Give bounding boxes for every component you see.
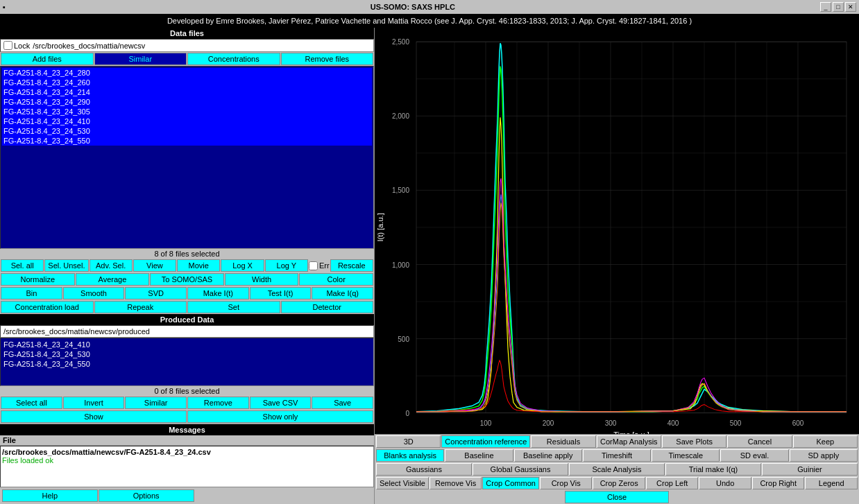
set-button[interactable]: Set (187, 301, 280, 313)
data-file-item[interactable]: FG-A251-8.4_23_24_305 (2, 107, 372, 116)
test-it-button[interactable]: Test I(t) (250, 287, 312, 299)
bin-button[interactable]: Bin (1, 287, 62, 299)
rescale-button[interactable]: Rescale (330, 259, 373, 272)
normalize-button[interactable]: Normalize (1, 273, 75, 286)
scale-analysis-button[interactable]: Scale Analysis (569, 463, 665, 476)
invert-button[interactable]: Invert (63, 397, 125, 409)
svg-text:0: 0 (405, 410, 409, 417)
log-x-button[interactable]: Log X (221, 259, 264, 272)
trial-make-i(q)-button[interactable]: Trial make I(q) (665, 463, 761, 476)
make-it-button[interactable]: Make I(t) (187, 287, 249, 299)
remove2-button[interactable]: Remove (187, 397, 249, 409)
select-visible-button[interactable]: Select Visible (376, 477, 429, 489)
message-ok: Files loaded ok (2, 456, 372, 464)
data-file-item[interactable]: FG-A251-8.4_23_24_410 (2, 116, 372, 126)
minimize-button[interactable]: _ (820, 2, 831, 12)
svg-text:2,000: 2,000 (392, 112, 409, 120)
cormap-analysis-button[interactable]: CorMap Analysis (597, 435, 661, 448)
guinier-button[interactable]: Guinier (762, 463, 858, 476)
sd-apply-button[interactable]: SD apply (790, 449, 858, 462)
produced-file-item[interactable]: FG-A251-8.4_23_24_550 (2, 359, 372, 369)
menu-file[interactable]: File (0, 435, 374, 446)
show-only-button[interactable]: Show only (187, 410, 373, 423)
similar-button[interactable]: Similar (94, 53, 187, 65)
width-button[interactable]: Width (225, 273, 299, 286)
view-button[interactable]: View (133, 259, 176, 272)
undo-button[interactable]: Undo (699, 477, 751, 489)
to-somo-button[interactable]: To SOMO/SAS (150, 273, 224, 286)
cancel-button[interactable]: Cancel (727, 435, 792, 448)
repeak-button[interactable]: Repeak (94, 301, 187, 313)
sel-unsel-button[interactable]: Sel. Unsel. (44, 259, 88, 272)
svg-text:100: 100 (480, 419, 492, 427)
conc-load-button[interactable]: Concentration load (1, 301, 94, 313)
bottom-toolbar: 3DConcentration referenceResidualsCorMap… (375, 434, 859, 504)
svg-text:400: 400 (667, 419, 679, 427)
make-iq-button[interactable]: Make I(q) (312, 287, 373, 299)
remove-vis-button[interactable]: Remove Vis (430, 477, 482, 489)
concentrations-button[interactable]: Concentrations (187, 53, 280, 65)
subtitle-text: Developed by Emre Brookes, Javier Pérez,… (167, 17, 692, 25)
concentration-reference-button[interactable]: Concentration reference (441, 435, 530, 448)
save-button[interactable]: Save (312, 397, 373, 409)
gaussians-button[interactable]: Gaussians (376, 463, 472, 476)
options-button[interactable]: Options (99, 489, 194, 502)
save-plots-button[interactable]: Save Plots (662, 435, 726, 448)
timescale-button[interactable]: Timescale (652, 449, 720, 462)
svg-text:I(t) [a.u.]: I(t) [a.u.] (376, 213, 384, 241)
timeshift-button[interactable]: Timeshift (583, 449, 651, 462)
data-file-item[interactable]: FG-A251-8.4_23_24_214 (2, 87, 372, 97)
title-bar: ▪ US-SOMO: SAXS HPLC _ □ ✕ (0, 0, 859, 14)
crop-right-button[interactable]: Crop Right (752, 477, 805, 489)
data-file-item[interactable]: FG-A251-8.4_23_24_530 (2, 126, 372, 136)
baseline-button[interactable]: Baseline (445, 449, 513, 462)
average-button[interactable]: Average (76, 273, 150, 286)
remove-files-button[interactable]: Remove files (281, 53, 374, 65)
residuals-button[interactable]: Residuals (531, 435, 595, 448)
produced-file-item[interactable]: FG-A251-8.4_23_24_530 (2, 349, 372, 359)
legend-button[interactable]: Legend (805, 477, 858, 489)
global-gaussians-button[interactable]: Global Gaussians (473, 463, 568, 476)
window-title: US-SOMO: SAXS HPLC (371, 3, 455, 11)
color-button[interactable]: Color (299, 273, 373, 286)
produced-data-path: /src/brookes_docs/mattia/newcsv/produced (0, 325, 374, 338)
err-checkbox[interactable] (309, 261, 318, 270)
sd-eval.-button[interactable]: SD eval. (720, 449, 788, 462)
maximize-button[interactable]: □ (833, 2, 844, 12)
chart-area: 2,500 2,000 1,500 1,000 500 0 100 200 30… (375, 28, 859, 434)
select-all-button[interactable]: Select all (1, 397, 62, 409)
produced-file-item[interactable]: FG-A251-8.4_23_24_410 (2, 340, 372, 349)
log-y-button[interactable]: Log Y (265, 259, 308, 272)
crop-zeros-button[interactable]: Crop Zeros (593, 477, 645, 489)
data-files-list[interactable]: FG-A251-8.4_23_24_280FG-A251-8.4_23_24_2… (0, 66, 374, 249)
show-button[interactable]: Show (1, 410, 187, 423)
add-files-button[interactable]: Add files (1, 53, 94, 65)
help-button[interactable]: Help (2, 489, 98, 502)
svg-text:500: 500 (398, 336, 409, 343)
smooth-button[interactable]: Smooth (63, 287, 125, 299)
svg-text:Time [a.u.]: Time [a.u.] (613, 431, 649, 434)
crop-vis-button[interactable]: Crop Vis (540, 477, 593, 489)
sel-all-button[interactable]: Sel. all (1, 259, 44, 272)
save-csv-button[interactable]: Save CSV (250, 397, 312, 409)
blanks-analysis-button[interactable]: Blanks analysis (376, 449, 444, 462)
movie-button[interactable]: Movie (177, 259, 220, 272)
data-file-item[interactable]: FG-A251-8.4_23_24_290 (2, 97, 372, 107)
produced-files-list[interactable]: FG-A251-8.4_23_24_410FG-A251-8.4_23_24_5… (0, 338, 374, 386)
svd-button[interactable]: SVD (125, 287, 187, 299)
subtitle-bar: Developed by Emre Brookes, Javier Pérez,… (0, 14, 859, 28)
lock-checkbox[interactable] (3, 41, 12, 50)
close-button[interactable]: Close (565, 491, 669, 503)
adv-sel-button[interactable]: Adv. Sel. (90, 259, 133, 272)
baseline-apply-button[interactable]: Baseline apply (514, 449, 582, 462)
data-file-item[interactable]: FG-A251-8.4_23_24_550 (2, 136, 372, 146)
data-file-item[interactable]: FG-A251-8.4_23_24_260 (2, 78, 372, 87)
data-file-item[interactable]: FG-A251-8.4_23_24_280 (2, 68, 372, 78)
crop-left-button[interactable]: Crop Left (646, 477, 699, 489)
3d-button[interactable]: 3D (376, 435, 441, 448)
crop-common-button[interactable]: Crop Common (482, 477, 539, 489)
detector-button[interactable]: Detector (281, 301, 374, 313)
keep-button[interactable]: Keep (793, 435, 858, 448)
similar2-button[interactable]: Similar (125, 397, 187, 409)
close-window-button[interactable]: ✕ (845, 2, 856, 12)
